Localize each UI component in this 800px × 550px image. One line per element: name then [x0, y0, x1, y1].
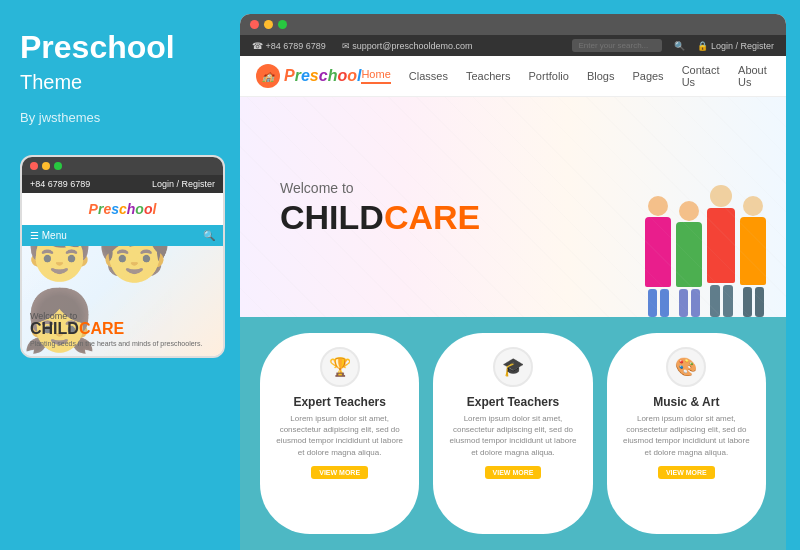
mobile-mockup: +84 6789 6789 Login / Register Preschool… [20, 155, 225, 358]
top-bar-right-info: 🔍 🔒 Login / Register [572, 39, 774, 52]
feature-icon-0: 🏆 [320, 347, 360, 387]
feature-title-1: Expert Teachers [467, 395, 560, 409]
mobile-hero: Welcome to CHILDCARE Planting seeds in t… [22, 246, 223, 356]
mobile-phone: +84 6789 6789 [30, 179, 90, 189]
mobile-header-bar: +84 6789 6789 Login / Register [22, 175, 223, 193]
nav-links: Home Classes Teachers Portfolio Blogs Pa… [361, 64, 770, 88]
feature-btn-1[interactable]: VIEW MORE [485, 466, 542, 479]
nav-link-blogs[interactable]: Blogs [587, 70, 615, 82]
feature-btn-0[interactable]: VIEW MORE [311, 466, 368, 479]
desktop-search-input[interactable] [572, 39, 662, 52]
desktop-dot-yellow [264, 20, 273, 29]
feature-icon-2: 🎨 [666, 347, 706, 387]
feature-card-0: 🏆 Expert Teachers Lorem ipsum dolor sit … [260, 333, 419, 534]
desktop-hero: Welcome to CHILDCARE [240, 97, 786, 317]
nav-link-contact[interactable]: Contact Us [682, 64, 720, 88]
feature-desc-1: Lorem ipsum dolor sit amet, consectetur … [449, 413, 576, 458]
desktop-dot-red [250, 20, 259, 29]
mobile-menu-bar[interactable]: ☰ Menu 🔍 [22, 225, 223, 246]
nav-link-portfolio[interactable]: Portfolio [529, 70, 569, 82]
desktop-nav: 🏫 Preschool Home Classes Teachers Portfo… [240, 56, 786, 97]
nav-link-about[interactable]: About Us [738, 64, 770, 88]
mobile-logo-area: Preschool [22, 193, 223, 225]
mobile-search-icon[interactable]: 🔍 [203, 230, 215, 241]
mobile-dot-green [54, 162, 62, 170]
mobile-dot-red [30, 162, 38, 170]
desktop-logo-text: Preschool [284, 67, 361, 85]
mobile-login: Login / Register [152, 179, 215, 189]
theme-by: By jwsthemes [20, 110, 220, 125]
feature-title-2: Music & Art [653, 395, 719, 409]
nav-link-teachers[interactable]: Teachers [466, 70, 511, 82]
theme-subtitle: Theme [20, 71, 220, 94]
mobile-dot-yellow [42, 162, 50, 170]
desktop-login[interactable]: 🔒 Login / Register [697, 41, 774, 51]
hero-text-area: Welcome to CHILDCARE [240, 180, 480, 234]
desktop-top-bar: ☎ +84 6789 6789 ✉ support@preschooldemo.… [240, 35, 786, 56]
desktop-mockup: ☎ +84 6789 6789 ✉ support@preschooldemo.… [240, 14, 786, 550]
desktop-title-bar [240, 14, 786, 35]
feature-title-0: Expert Teachers [293, 395, 386, 409]
desktop-email: ✉ support@preschooldemo.com [342, 41, 473, 51]
desktop-logo: 🏫 Preschool [256, 64, 361, 88]
mobile-menu-label[interactable]: ☰ Menu [30, 230, 67, 241]
left-panel: Preschool Theme By jwsthemes +84 6789 67… [0, 0, 240, 550]
logo-icon: 🏫 [256, 64, 280, 88]
feature-card-1: 🎓 Expert Teachers Lorem ipsum dolor sit … [433, 333, 592, 534]
feature-icon-1: 🎓 [493, 347, 533, 387]
mobile-hero-text: Welcome to CHILDCARE Planting seeds in t… [30, 311, 202, 348]
desktop-dot-green [278, 20, 287, 29]
feature-desc-2: Lorem ipsum dolor sit amet, consectetur … [623, 413, 750, 458]
search-icon[interactable]: 🔍 [674, 41, 685, 51]
nav-link-pages[interactable]: Pages [632, 70, 663, 82]
mobile-childcare: CHILDCARE [30, 321, 202, 337]
desktop-phone: ☎ +84 6789 6789 [252, 41, 326, 51]
hero-childcare: CHILDCARE [280, 200, 480, 234]
top-bar-left-info: ☎ +84 6789 6789 ✉ support@preschooldemo.… [252, 41, 473, 51]
mobile-title-bar [22, 157, 223, 175]
theme-title: Preschool [20, 30, 220, 65]
features-section: 🏆 Expert Teachers Lorem ipsum dolor sit … [240, 317, 786, 550]
hero-welcome: Welcome to [280, 180, 480, 196]
feature-card-2: 🎨 Music & Art Lorem ipsum dolor sit amet… [607, 333, 766, 534]
mobile-logo: Preschool [89, 201, 157, 217]
mobile-tagline: Planting seeds in the hearts and minds o… [30, 339, 202, 348]
nav-link-home[interactable]: Home [361, 68, 390, 84]
feature-btn-2[interactable]: VIEW MORE [658, 466, 715, 479]
feature-desc-0: Lorem ipsum dolor sit amet, consectetur … [276, 413, 403, 458]
nav-link-classes[interactable]: Classes [409, 70, 448, 82]
